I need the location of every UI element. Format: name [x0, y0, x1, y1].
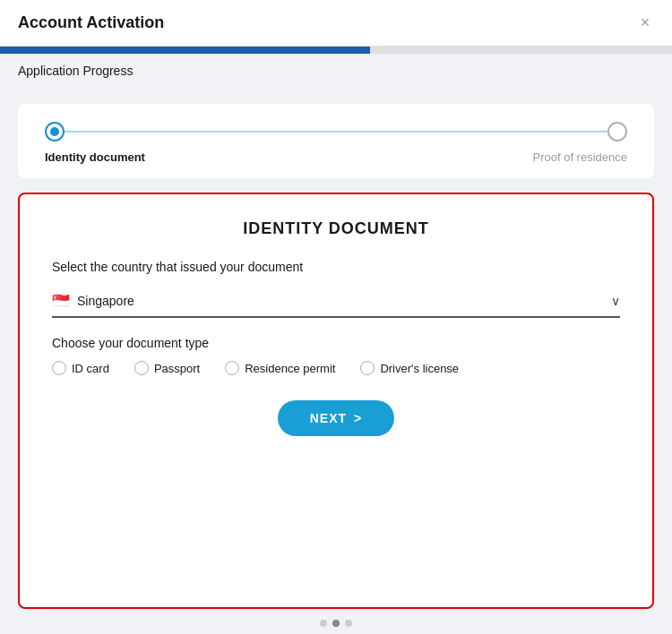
next-button-wrapper: NEXT > — [52, 400, 620, 436]
progress-label: Application Progress — [18, 64, 133, 78]
dots-section — [18, 609, 654, 634]
identity-document-card: IDENTITY DOCUMENT Select the country tha… — [18, 193, 654, 609]
dot-2 — [332, 620, 340, 627]
progress-label-section: Application Progress — [0, 54, 672, 86]
next-button-label: NEXT — [310, 411, 347, 425]
radio-circle-drivers-license — [360, 361, 375, 375]
document-type-radio-group: ID card Passport Residence permit Driver… — [52, 361, 620, 375]
radio-label-drivers-license: Driver's license — [380, 362, 459, 375]
progress-bar-fill — [0, 47, 370, 54]
title-bar: Account Activation × — [0, 0, 672, 47]
dot-1 — [320, 620, 327, 627]
stepper-line — [61, 131, 611, 133]
next-button[interactable]: NEXT > — [278, 400, 395, 436]
main-content: Identity document Proof of residence IDE… — [0, 86, 672, 634]
step-label-residence: Proof of residence — [532, 150, 627, 164]
radio-circle-id-card — [52, 361, 66, 375]
chevron-down-icon: ∨ — [611, 294, 620, 308]
stepper-labels: Identity document Proof of residence — [45, 150, 627, 164]
radio-label-passport: Passport — [154, 362, 200, 375]
radio-circle-passport — [134, 361, 149, 375]
window-title: Account Activation — [18, 13, 164, 32]
next-button-arrow: > — [354, 411, 362, 425]
step-label-identity: Identity document — [45, 150, 145, 164]
step-circle-residence — [607, 122, 627, 141]
country-select-row[interactable]: 🇸🇬 Singapore ∨ — [52, 285, 620, 318]
progress-bar-section — [0, 47, 672, 54]
doctype-section-label: Choose your document type — [52, 336, 620, 350]
radio-label-residence-permit: Residence permit — [245, 362, 335, 375]
dot-3 — [345, 620, 352, 627]
progress-bar-outer — [0, 47, 672, 54]
card-title: IDENTITY DOCUMENT — [52, 219, 620, 238]
stepper-track — [45, 122, 627, 141]
radio-circle-residence-permit — [225, 361, 239, 375]
account-activation-window: Account Activation × Application Progres… — [0, 0, 672, 634]
country-section-label: Select the country that issued your docu… — [52, 260, 620, 274]
step-circle-identity — [45, 122, 65, 141]
radio-option-id-card[interactable]: ID card — [52, 361, 109, 375]
radio-label-id-card: ID card — [72, 362, 109, 375]
stepper-section: Identity document Proof of residence — [18, 104, 654, 178]
close-button[interactable]: × — [636, 14, 654, 32]
radio-option-drivers-license[interactable]: Driver's license — [360, 361, 459, 375]
country-selected-text: Singapore — [77, 294, 604, 308]
radio-option-residence-permit[interactable]: Residence permit — [225, 361, 335, 375]
singapore-flag-icon: 🇸🇬 — [52, 292, 70, 309]
radio-option-passport[interactable]: Passport — [134, 361, 200, 375]
